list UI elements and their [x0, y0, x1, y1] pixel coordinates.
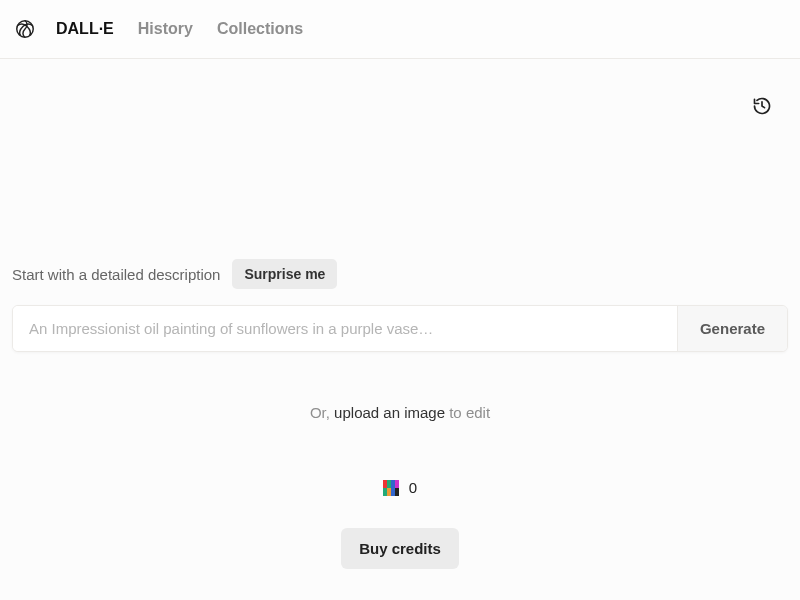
nav: DALL·E History Collections	[56, 20, 303, 38]
nav-item-dalle[interactable]: DALL·E	[56, 20, 114, 38]
upload-suffix: to edit	[445, 404, 490, 421]
credits-row: 0	[383, 479, 417, 496]
nav-item-collections[interactable]: Collections	[217, 20, 303, 38]
prompt-input[interactable]	[13, 306, 677, 351]
recent-history-icon[interactable]	[752, 96, 772, 120]
prompt-intro-label: Start with a detailed description	[12, 266, 220, 283]
surprise-me-button[interactable]: Surprise me	[232, 259, 337, 289]
buy-credits-button[interactable]: Buy credits	[341, 528, 459, 569]
openai-logo-icon	[14, 18, 36, 40]
credits-block: 0 Buy credits	[12, 479, 788, 569]
upload-prefix: Or,	[310, 404, 334, 421]
upload-line: Or, upload an image to edit	[12, 404, 788, 421]
nav-item-history[interactable]: History	[138, 20, 193, 38]
header: DALL·E History Collections	[0, 0, 800, 59]
credits-count: 0	[409, 479, 417, 496]
prompt-head: Start with a detailed description Surpri…	[12, 259, 788, 289]
generate-button[interactable]: Generate	[677, 306, 787, 351]
prompt-area: Start with a detailed description Surpri…	[12, 259, 788, 352]
prompt-input-row: Generate	[12, 305, 788, 352]
main: Start with a detailed description Surpri…	[0, 259, 800, 569]
upload-image-link[interactable]: upload an image	[334, 404, 445, 421]
credits-icon	[383, 480, 399, 496]
